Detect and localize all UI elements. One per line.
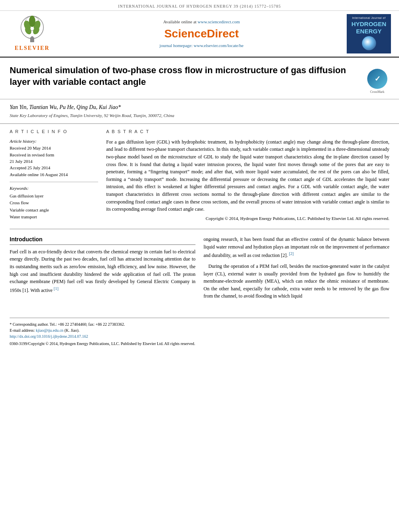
body-right-col: ongoing research, it has been found that… bbox=[204, 236, 389, 303]
intro-paragraph-2: ongoing research, it has been found that… bbox=[204, 236, 389, 259]
article-title-section: Numerical simulation of two-phase cross … bbox=[0, 58, 399, 99]
journal-header-bar: International Journal of Hydrogen Energy… bbox=[0, 0, 399, 11]
intro-paragraph-3: During the operation of a PEM fuel cell,… bbox=[204, 263, 389, 300]
keyword-1: Gas diffusion layer bbox=[10, 193, 98, 200]
accepted-date: Accepted 25 July 2014 bbox=[10, 165, 98, 171]
article-history: Article history: Received 20 May 2014 Re… bbox=[10, 138, 98, 178]
body-content: Introduction Fuel cell is an eco-friendl… bbox=[0, 229, 399, 310]
email-person: (K. Jiao). bbox=[64, 328, 80, 333]
branding-row: ELSEVIER Available online at www.science… bbox=[0, 11, 399, 58]
journal-homepage: journal homepage: www.elsevier.com/locat… bbox=[60, 43, 343, 49]
footer-corresponding: * Corresponding author. Tel.: +86 22 274… bbox=[10, 321, 389, 327]
ref-1-link[interactable]: [1] bbox=[54, 286, 59, 291]
elsevier-tree-icon bbox=[16, 15, 48, 43]
abstract-copyright: Copyright © 2014, Hydrogen Energy Public… bbox=[106, 216, 389, 222]
journal-header-text: International Journal of Hydrogen Energy… bbox=[118, 4, 281, 8]
keyword-2: Cross flow bbox=[10, 199, 98, 207]
footer-copyright: 0360-3199/Copyright © 2014, Hydrogen Ene… bbox=[10, 341, 389, 347]
authors-section: Yan Yin, Tiantian Wu, Pu He, Qing Du, Ku… bbox=[0, 99, 399, 120]
intro-paragraph-1: Fuel cell is an eco-friendly device that… bbox=[10, 248, 195, 294]
available-online-date: Available online 16 August 2014 bbox=[10, 172, 98, 178]
crossmark-circle-icon: ✓ bbox=[367, 69, 387, 89]
keyword-4: Water transport bbox=[10, 214, 98, 221]
body-two-column: Introduction Fuel cell is an eco-friendl… bbox=[10, 236, 389, 303]
hydrogen-logo-circle bbox=[362, 36, 376, 50]
keywords-label: Keywords: bbox=[10, 185, 98, 191]
introduction-body: Fuel cell is an eco-friendly device that… bbox=[10, 248, 195, 294]
hydrogen-intl-text: International Journal of bbox=[349, 16, 389, 20]
introduction-title: Introduction bbox=[10, 236, 195, 245]
journal-homepage-url: www.elsevier.com/locate/he bbox=[194, 43, 244, 48]
email-link[interactable]: kjiao@tju.edu.cn bbox=[36, 328, 64, 333]
doi-link[interactable]: http://dx.doi.org/10.1016/j.ijhydene.201… bbox=[10, 334, 88, 339]
article-info-column: A R T I C L E I N F O Article history: R… bbox=[10, 129, 98, 222]
revised-label: Received in revised form bbox=[10, 152, 98, 158]
abstract-text: For a gas diffusion layer (GDL) with hyd… bbox=[106, 138, 389, 213]
crossmark-logo: ✓ CrossMark bbox=[365, 69, 389, 94]
elsevier-brand-text: ELSEVIER bbox=[15, 44, 50, 52]
svg-rect-9 bbox=[31, 38, 33, 41]
svg-point-5 bbox=[29, 16, 35, 27]
sciencedirect-url[interactable]: www.sciencedirect.com bbox=[197, 19, 240, 24]
history-label: Article history: bbox=[10, 138, 98, 144]
intro-body-right: ongoing research, it has been found that… bbox=[204, 236, 389, 300]
article-main-title: Numerical simulation of two-phase cross … bbox=[10, 65, 365, 88]
received-date: Received 20 May 2014 bbox=[10, 145, 98, 151]
article-info-heading: A R T I C L E I N F O bbox=[10, 129, 98, 135]
corresponding-note: * Corresponding author. Tel.: +86 22 274… bbox=[10, 322, 125, 327]
hydrogen-energy-logo: International Journal of HYDROGEN ENERGY bbox=[347, 14, 391, 53]
keywords-section: Keywords: Gas diffusion layer Cross flow… bbox=[10, 182, 98, 221]
article-info-abstract-section: A R T I C L E I N F O Article history: R… bbox=[0, 123, 399, 222]
email-label: E-mail address: bbox=[10, 328, 35, 333]
ref-2-link[interactable]: [2] bbox=[289, 251, 294, 256]
footer-section: * Corresponding author. Tel.: +86 22 274… bbox=[10, 318, 389, 351]
crossmark-label: CrossMark bbox=[365, 90, 389, 94]
footer-doi: http://dx.doi.org/10.1016/j.ijhydene.201… bbox=[10, 333, 389, 339]
authors-line: Yan Yin, Tiantian Wu, Pu He, Qing Du, Ku… bbox=[10, 103, 389, 111]
footer-email: E-mail address: kjiao@tju.edu.cn (K. Jia… bbox=[10, 327, 389, 333]
hydrogen-journal-name: HYDROGEN ENERGY bbox=[349, 21, 389, 35]
center-branding: Available online at www.sciencedirect.co… bbox=[60, 19, 343, 49]
available-online-text: Available online at www.sciencedirect.co… bbox=[60, 19, 343, 25]
elsevier-logo: ELSEVIER bbox=[8, 15, 56, 52]
abstract-heading: A B S T R A C T bbox=[106, 129, 389, 135]
keyword-3: Variable contact angle bbox=[10, 207, 98, 214]
abstract-column: A B S T R A C T For a gas diffusion laye… bbox=[106, 129, 389, 222]
revised-date: 21 July 2014 bbox=[10, 158, 98, 164]
affiliation-line: State Key Laboratory of Engines, Tianjin… bbox=[10, 113, 389, 119]
sciencedirect-title: ScienceDirect bbox=[60, 26, 343, 41]
body-left-col: Introduction Fuel cell is an eco-friendl… bbox=[10, 236, 195, 303]
authors-names: Yan Yin, Tiantian Wu, Pu He, Qing Du, Ku… bbox=[10, 104, 121, 110]
